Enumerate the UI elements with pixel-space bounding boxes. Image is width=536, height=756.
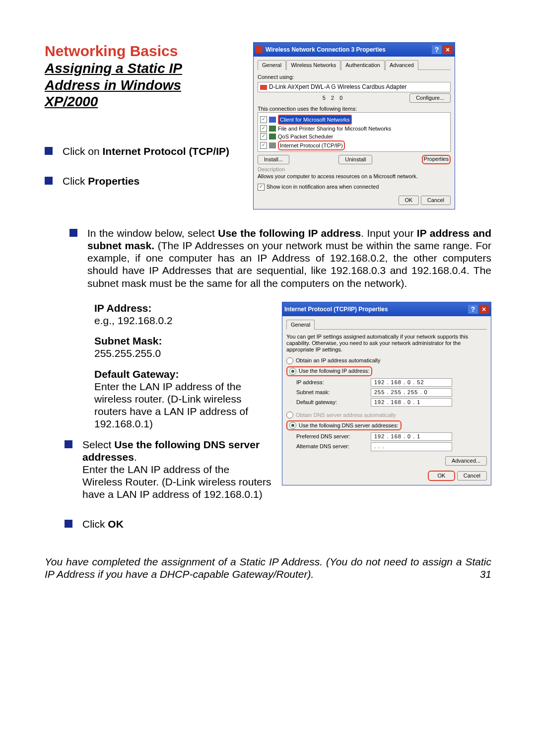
footer-text: You have completed the assignment of a S… xyxy=(45,555,491,580)
properties-dialog: Wireless Network Connection 3 Properties… xyxy=(253,42,455,209)
titlebar: Wireless Network Connection 3 Properties… xyxy=(254,43,455,57)
radio-icon xyxy=(289,368,296,375)
list-item[interactable]: QoS Packet Scheduler xyxy=(278,133,333,140)
checkbox-icon[interactable]: ✓ xyxy=(260,133,267,140)
titlebar: Internet Protocol (TCP/IP) Properties ? … xyxy=(282,302,491,316)
cancel-button[interactable]: Cancel xyxy=(457,471,487,481)
page-heading: Networking Basics xyxy=(45,42,233,60)
radio-icon xyxy=(286,412,293,418)
bullet-icon xyxy=(65,520,72,528)
properties-button[interactable]: Properties xyxy=(422,155,451,164)
intro-text: You can get IP settings assigned automat… xyxy=(286,334,487,353)
radio-icon xyxy=(286,357,293,364)
nic-icon xyxy=(260,85,267,90)
items-label: This connection uses the following items… xyxy=(258,106,451,112)
tab-strip: General Wireless Networks Authentication… xyxy=(258,60,451,70)
gateway-label: Default gateway: xyxy=(296,399,371,406)
radio-icon xyxy=(289,422,296,429)
uninstall-button[interactable]: Uninstall xyxy=(338,155,372,164)
list-item[interactable]: File and Printer Sharing for Microsoft N… xyxy=(278,125,391,133)
configure-button[interactable]: Configure... xyxy=(409,93,451,103)
tcpip-dialog: Internet Protocol (TCP/IP) Properties ? … xyxy=(282,302,491,485)
network-items-list[interactable]: ✓Client for Microsoft Networks ✓File and… xyxy=(258,112,451,152)
ok-button[interactable]: OK xyxy=(399,196,419,205)
connect-using-label: Connect using: xyxy=(258,74,451,80)
pref-dns-label: Preferred DNS server: xyxy=(296,433,371,440)
tab-general[interactable]: General xyxy=(286,320,315,330)
tab-general[interactable]: General xyxy=(258,60,286,70)
page-subtitle: Assigning a Static IP Address in Windows… xyxy=(45,60,233,110)
list-item[interactable]: Client for Microsoft Networks xyxy=(278,115,352,125)
net-icon xyxy=(269,126,276,132)
radio-use-ip[interactable]: Use the following IP address: xyxy=(286,366,372,376)
ip-address-block: IP Address: e.g., 192.168.0.2 xyxy=(94,302,272,327)
radio-auto-dns: Obtain DNS server address automatically xyxy=(286,412,487,418)
help-button[interactable]: ? xyxy=(432,45,442,54)
net-icon xyxy=(269,134,276,139)
tab-advanced[interactable]: Advanced xyxy=(385,60,418,70)
gateway-input[interactable]: 192 . 168 . 0 . 1 xyxy=(371,398,452,407)
tab-wireless[interactable]: Wireless Networks xyxy=(286,60,340,70)
ip-input[interactable]: 192 . 168 . 0 . 52 xyxy=(371,378,452,387)
bullet-icon xyxy=(65,440,72,448)
subnet-block: Subnet Mask: 255.255.255.0 xyxy=(94,335,272,359)
adapter-name: D-Link AirXpert DWL-A G Wireless Cardbus… xyxy=(269,83,406,90)
checkbox-icon[interactable]: ✓ xyxy=(260,125,267,132)
alt-dns-input[interactable]: . . . xyxy=(371,442,452,451)
subnet-label: Subnet mask: xyxy=(296,389,371,396)
advanced-button[interactable]: Advanced... xyxy=(445,456,487,466)
subnet-input[interactable]: 255 . 255 . 255 . 0 xyxy=(371,388,452,397)
ip-label: IP address: xyxy=(296,379,371,386)
pref-dns-input[interactable]: 192 . 168 . 0 . 1 xyxy=(371,432,452,441)
tab-strip: General xyxy=(286,319,487,330)
bullet-text: Click on Internet Protocol (TCP/IP) xyxy=(63,145,229,157)
description-text: Allows your computer to access resources… xyxy=(258,173,451,180)
net-icon xyxy=(269,117,276,123)
close-button[interactable]: × xyxy=(479,305,489,314)
radio-auto-ip[interactable]: Obtain an IP address automatically xyxy=(286,357,487,364)
show-icon-label: Show icon in notification area when conn… xyxy=(267,184,379,190)
ok-button[interactable]: OK xyxy=(428,471,456,481)
help-button[interactable]: ? xyxy=(468,305,478,314)
checkbox-icon[interactable]: ✓ xyxy=(258,184,265,191)
install-button[interactable]: Install... xyxy=(258,155,289,164)
bullet-icon xyxy=(45,177,53,185)
bullet-icon xyxy=(69,229,77,237)
adapter-box: D-Link AirXpert DWL-A G Wireless Cardbus… xyxy=(258,82,451,92)
list-item[interactable]: Internet Protocol (TCP/IP) xyxy=(278,140,345,150)
description-label: Description xyxy=(258,166,451,173)
cancel-button[interactable]: Cancel xyxy=(421,196,451,205)
gateway-block: Default Gateway: Enter the LAN IP addres… xyxy=(94,368,272,430)
ok-bullet: Click OK xyxy=(82,518,124,530)
checkbox-icon[interactable]: ✓ xyxy=(260,116,267,123)
tab-auth[interactable]: Authentication xyxy=(341,60,385,70)
alt-dns-label: Alternate DNS server: xyxy=(296,443,371,450)
adapter-sub: 5 2 0 xyxy=(258,95,409,101)
checkbox-icon[interactable]: ✓ xyxy=(260,142,267,149)
window-title: Wireless Network Connection 3 Properties xyxy=(266,46,431,53)
bullet-text: Click Properties xyxy=(63,175,139,187)
page-number: 31 xyxy=(480,568,491,580)
window-title: Internet Protocol (TCP/IP) Properties xyxy=(284,306,467,313)
close-button[interactable]: × xyxy=(443,45,453,54)
radio-use-dns[interactable]: Use the following DNS server addresses: xyxy=(286,420,402,430)
net-icon xyxy=(269,142,276,148)
dns-bullet: Select Use the following DNS server addr… xyxy=(82,438,272,501)
bullet-icon xyxy=(45,147,53,155)
instruction-paragraph: In the window below, select Use the foll… xyxy=(87,227,491,289)
app-icon xyxy=(256,46,263,53)
